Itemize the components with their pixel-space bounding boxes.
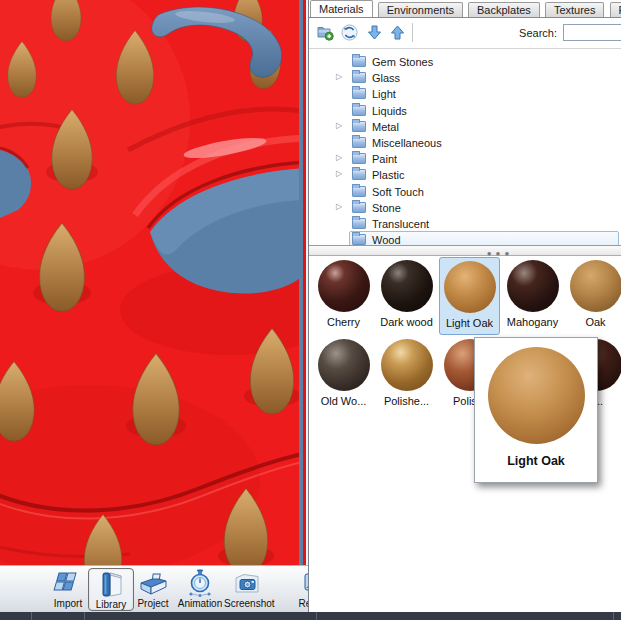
material-sphere: [507, 260, 559, 312]
folder-icon: [352, 234, 366, 245]
library-tabbar: Materials Environments Backplates Textur…: [309, 0, 621, 18]
library-panel: Materials Environments Backplates Textur…: [308, 0, 621, 612]
material-sphere: [381, 260, 433, 312]
import-button[interactable]: Import: [45, 568, 91, 611]
material-cherry[interactable]: Cherry: [313, 257, 374, 335]
expander-icon[interactable]: ▷: [336, 170, 344, 178]
expander-icon[interactable]: ▷: [336, 154, 344, 162]
project-icon: [138, 568, 168, 598]
material-old-wood[interactable]: Old Wo...: [313, 336, 374, 414]
animation-label: Animation: [177, 598, 223, 609]
search-label: Search:: [519, 27, 557, 39]
project-button[interactable]: Project: [130, 568, 176, 611]
animation-button[interactable]: Animation: [177, 568, 223, 611]
tab-rendering[interactable]: Rendering: [610, 2, 621, 17]
toolbar-separator: [412, 23, 413, 42]
folder-icon: [352, 56, 366, 67]
library-toolbar: Search:: [309, 18, 621, 48]
tree-item-wood[interactable]: Wood: [309, 231, 621, 246]
screenshot-icon: [232, 568, 262, 598]
materials-tree: Gem Stones ▷ Glass Light Liquids ▷ Metal…: [309, 48, 621, 246]
folder-icon: [352, 186, 366, 197]
expander-icon[interactable]: ▷: [336, 73, 344, 81]
search-input[interactable]: [563, 24, 621, 41]
tab-materials[interactable]: Materials: [310, 0, 373, 17]
folder-icon: [352, 169, 366, 180]
keyshot-window: Import Library Project: [0, 0, 621, 620]
render-button[interactable]: Render: [292, 568, 308, 611]
move-down-icon[interactable]: [366, 24, 383, 41]
render-label: Render: [292, 598, 308, 609]
tree-item-translucent[interactable]: Translucent: [309, 215, 621, 231]
project-label: Project: [130, 598, 176, 609]
tree-item-glass[interactable]: ▷ Glass: [309, 69, 621, 85]
expander-icon[interactable]: ▷: [336, 122, 344, 130]
refresh-icon[interactable]: [341, 24, 358, 41]
tab-environments[interactable]: Environments: [378, 2, 463, 17]
import-label: Import: [45, 598, 91, 609]
tree-item-liquids[interactable]: Liquids: [309, 102, 621, 118]
material-mahogany[interactable]: Mahogany: [502, 257, 563, 335]
material-oak[interactable]: Oak: [565, 257, 621, 335]
render-viewport[interactable]: [0, 0, 308, 565]
tree-item-paint[interactable]: ▷ Paint: [309, 150, 621, 166]
tab-backplates[interactable]: Backplates: [468, 2, 540, 17]
tree-item-soft-touch[interactable]: Soft Touch: [309, 183, 621, 199]
material-sphere: [381, 339, 433, 391]
material-sphere: [318, 339, 370, 391]
tree-item-metal[interactable]: ▷ Metal: [309, 118, 621, 134]
add-folder-icon[interactable]: [317, 24, 334, 41]
screenshot-button[interactable]: Screenshot: [224, 568, 270, 611]
folder-icon: [352, 88, 366, 99]
character-render: [0, 0, 308, 565]
import-icon: [53, 568, 83, 598]
expander-icon[interactable]: ▷: [336, 203, 344, 211]
library-button[interactable]: Library: [88, 568, 134, 611]
folder-icon: [352, 105, 366, 116]
tab-textures[interactable]: Textures: [545, 2, 605, 17]
tree-item-gem-stones[interactable]: Gem Stones: [309, 53, 621, 69]
tree-item-miscellaneous[interactable]: Miscellaneous: [309, 134, 621, 150]
main-toolbar: Import Library Project: [0, 565, 308, 612]
move-up-icon[interactable]: [389, 24, 406, 41]
preview-sphere: [488, 347, 585, 444]
library-icon: [96, 569, 126, 599]
material-sphere: [318, 260, 370, 312]
folder-icon: [352, 72, 366, 83]
material-polished-1[interactable]: Polishe...: [376, 336, 437, 414]
panel-splitter[interactable]: ●●●: [309, 246, 621, 256]
material-sphere: [570, 260, 621, 312]
library-label: Library: [89, 599, 133, 610]
animation-icon: [185, 568, 215, 598]
folder-icon: [352, 153, 366, 164]
bottom-panel-edge: [0, 612, 621, 620]
material-light-oak[interactable]: Light Oak: [439, 257, 500, 335]
tree-item-plastic[interactable]: ▷ Plastic: [309, 166, 621, 182]
tree-item-light[interactable]: Light: [309, 85, 621, 101]
preview-label: Light Oak: [507, 454, 565, 468]
screenshot-label: Screenshot: [224, 598, 270, 609]
material-sphere: [444, 261, 496, 313]
tree-item-stone[interactable]: ▷ Stone: [309, 199, 621, 215]
material-dark-wood[interactable]: Dark wood: [376, 257, 437, 335]
folder-icon: [352, 218, 366, 229]
folder-icon: [352, 137, 366, 148]
material-preview-tooltip: Light Oak: [474, 337, 598, 483]
folder-icon: [352, 121, 366, 132]
render-icon: [300, 568, 308, 598]
materials-grid: Cherry Dark wood Light Oak Mahogany Oak …: [309, 257, 621, 612]
folder-icon: [352, 202, 366, 213]
